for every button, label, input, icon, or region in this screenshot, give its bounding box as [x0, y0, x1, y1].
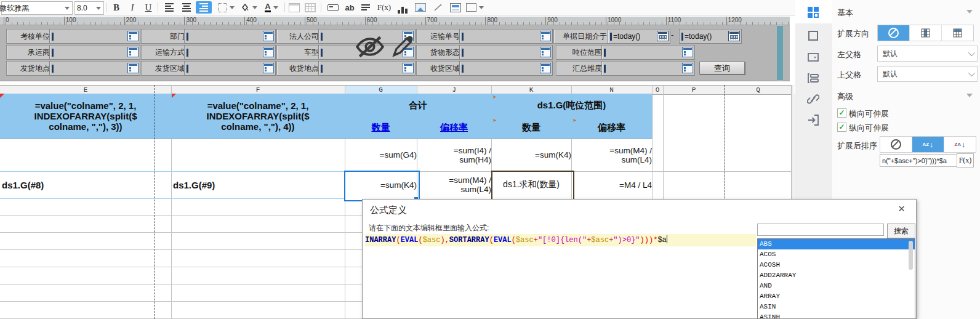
- section-advanced[interactable]: 高级: [837, 91, 853, 102]
- v-expand-checkbox[interactable]: ✓: [837, 123, 846, 132]
- cell-offset-plain[interactable]: 偏移率: [571, 117, 653, 139]
- function-list-item[interactable]: ARRAY: [758, 291, 915, 302]
- cell-offset-link[interactable]: 偏移率: [417, 117, 492, 139]
- column-header[interactable]: Q: [725, 86, 792, 94]
- function-list-scrollbar-thumb[interactable]: [909, 241, 913, 270]
- function-search-input[interactable]: [757, 224, 884, 236]
- function-list-item[interactable]: ABS: [758, 239, 915, 249]
- insert-chart-button[interactable]: [396, 1, 411, 16]
- left-parent-select[interactable]: 默认: [877, 46, 978, 62]
- ship-area-input[interactable]: [184, 61, 276, 76]
- widget-icon[interactable]: [682, 63, 693, 73]
- calendar-icon[interactable]: [728, 31, 740, 41]
- column-header[interactable]: J: [417, 86, 491, 94]
- function-list-item[interactable]: ACOS: [758, 249, 915, 260]
- widget-icon[interactable]: [263, 31, 274, 41]
- receive-point-input[interactable]: [318, 61, 416, 76]
- function-list-item[interactable]: AND: [758, 281, 915, 291]
- tonnage-range-input[interactable]: [601, 45, 695, 60]
- cargo-form-input[interactable]: [459, 45, 553, 60]
- cell-f1-formula[interactable]: =value("colname", 2, 1, INDEXOFARRAY(spl…: [171, 94, 345, 139]
- column-header[interactable]: F: [171, 86, 345, 94]
- cell-group-header[interactable]: ds1.G(吨位范围): [491, 94, 653, 118]
- cell-n3[interactable]: =sum(M4) / sum(L4): [571, 139, 654, 171]
- cell-k3[interactable]: =sum(K4): [491, 139, 574, 171]
- h-expand-checkbox[interactable]: ✓: [837, 108, 846, 118]
- insert-line-button[interactable]: [430, 1, 445, 14]
- cell-qty-plain[interactable]: 数量: [491, 117, 572, 139]
- cell-e4[interactable]: ds1.G(#8): [0, 171, 175, 198]
- cell-total-header[interactable]: 合计: [345, 94, 492, 118]
- merge-cell-button[interactable]: [287, 1, 302, 14]
- font-color-button[interactable]: A: [262, 1, 283, 14]
- insert-formula-button[interactable]: F(x): [374, 1, 394, 14]
- italic-button[interactable]: I: [125, 1, 140, 14]
- query-button[interactable]: 查询: [699, 62, 745, 75]
- widget-icon[interactable]: [540, 63, 551, 73]
- column-header[interactable]: P: [663, 86, 725, 94]
- formula-current-line[interactable]: INARRAY(EVAL($asc),SORTARRAY(EVAL($asc+"…: [365, 234, 756, 246]
- transport-mode-input[interactable]: [184, 45, 276, 60]
- sort-none-option[interactable]: [880, 137, 912, 152]
- column-header[interactable]: E: [0, 86, 171, 94]
- font-size-select[interactable]: 8.0: [74, 1, 104, 15]
- department-input[interactable]: [184, 29, 276, 44]
- insert-text-button[interactable]: ab: [342, 1, 357, 14]
- calendar-icon[interactable]: [657, 31, 669, 41]
- assess-unit-input[interactable]: [49, 29, 140, 44]
- tab-hyperlink[interactable]: [804, 91, 822, 107]
- insert-textfield-button[interactable]: [325, 1, 341, 14]
- column-header[interactable]: N: [571, 86, 652, 94]
- cell-n4[interactable]: =M4 / L4: [571, 171, 654, 198]
- collapse-icon[interactable]: [966, 94, 973, 97]
- tab-cell-styles[interactable]: [804, 28, 822, 44]
- widget-icon[interactable]: [127, 47, 139, 57]
- align-left-button[interactable]: [161, 1, 177, 14]
- insert-subreport-button[interactable]: [448, 1, 464, 14]
- function-list-item[interactable]: ACOSH: [758, 260, 915, 270]
- cell-j4[interactable]: =sum(M4) / sum(L4): [417, 171, 494, 198]
- expand-horizontal-option[interactable]: [942, 25, 973, 41]
- widget-icon[interactable]: [263, 47, 274, 57]
- widget-icon[interactable]: [540, 31, 551, 41]
- column-header-selected[interactable]: G: [345, 86, 417, 94]
- widget-icon[interactable]: [127, 31, 139, 41]
- tab-present-export[interactable]: [804, 112, 822, 128]
- close-icon[interactable]: ×: [898, 203, 905, 215]
- column-header[interactable]: O: [652, 86, 663, 94]
- paragraph-button[interactable]: [358, 1, 373, 14]
- collapse-icon[interactable]: [966, 10, 973, 14]
- bold-button[interactable]: B: [109, 1, 124, 14]
- ship-point-input[interactable]: [49, 61, 140, 76]
- cell-f4[interactable]: ds1.G(#9): [171, 171, 349, 198]
- sort-asc-option[interactable]: AZ↓: [912, 137, 944, 152]
- top-parent-select[interactable]: 默认: [877, 66, 978, 82]
- search-button[interactable]: 搜索: [887, 224, 915, 238]
- carrier-input[interactable]: [49, 45, 140, 60]
- transport-no-input[interactable]: [459, 29, 553, 44]
- cell-qty-link[interactable]: 数量: [345, 117, 417, 139]
- cell-g3[interactable]: =sum(G4): [345, 139, 419, 171]
- insert-shape-button[interactable]: [465, 1, 486, 14]
- cell-e1-formula[interactable]: =value("colname", 2, 1, INDEXOFARRAY(spl…: [0, 94, 172, 139]
- date-from-input[interactable]: =today(): [608, 29, 670, 44]
- function-list-item[interactable]: ADD2ARRAY: [758, 270, 915, 281]
- sort-formula-fx-button[interactable]: F(x): [957, 153, 974, 168]
- cell-j3[interactable]: =sum(I4) / sum(H4): [417, 139, 494, 171]
- align-right-button[interactable]: [196, 1, 212, 14]
- function-list[interactable]: ABSACOSACOSHADD2ARRAYANDARRAYASINASINH: [757, 238, 915, 319]
- expand-vertical-option[interactable]: [910, 25, 942, 41]
- section-basic[interactable]: 基本: [837, 7, 853, 18]
- formula-editor[interactable]: INARRAY(EVAL($asc),SORTARRAY(EVAL($asc+"…: [365, 233, 756, 319]
- receive-area-input[interactable]: [459, 61, 553, 76]
- widget-icon[interactable]: [403, 63, 414, 73]
- widget-icon[interactable]: [682, 47, 693, 57]
- fill-color-button[interactable]: [239, 1, 260, 14]
- function-list-item[interactable]: ASIN: [758, 302, 915, 312]
- pane-scrollbar-thumb[interactable]: [777, 26, 783, 80]
- tab-widget-settings[interactable]: [804, 49, 822, 65]
- date-to-input[interactable]: =today(): [679, 29, 742, 44]
- widget-icon[interactable]: [263, 63, 274, 73]
- font-family-select[interactable]: 微软雅黑: [1, 1, 73, 15]
- widget-icon[interactable]: [540, 47, 551, 57]
